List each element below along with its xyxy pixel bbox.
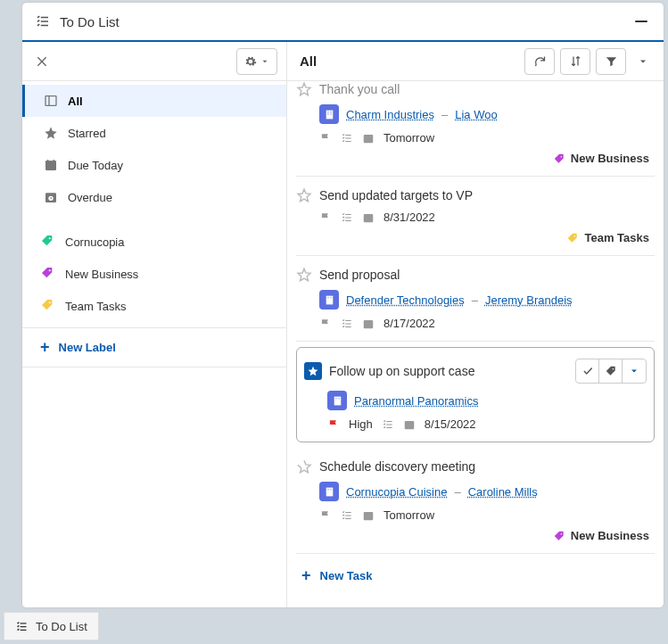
task-title: Send updated targets to VP: [319, 188, 649, 202]
nav-item-starred[interactable]: Starred: [22, 117, 286, 149]
label-item-cornucopia[interactable]: Cornucopia: [22, 226, 286, 258]
task-priority: High: [349, 417, 373, 431]
contact-link[interactable]: Jeremy Brandeis: [485, 293, 573, 307]
svg-point-7: [49, 301, 51, 303]
svg-rect-24: [338, 398, 339, 399]
svg-point-30: [560, 533, 562, 534]
body: All Starred Due Today Overdue: [22, 42, 664, 607]
label-item-team-tasks[interactable]: Team Tasks: [22, 290, 286, 322]
account-link[interactable]: Cornucopia Cuisine: [346, 485, 447, 499]
flag-icon: [319, 318, 332, 330]
tag-icon: [40, 298, 56, 314]
svg-rect-17: [326, 295, 333, 304]
calendar-icon: [362, 132, 375, 144]
panel-icon: [43, 93, 59, 109]
account-link[interactable]: Charm Industries: [346, 108, 434, 121]
main-header: All: [287, 42, 664, 81]
labels-list: Cornucopia New Business Team Tasks: [22, 213, 286, 322]
star-toggle[interactable]: [296, 267, 312, 283]
svg-rect-19: [330, 297, 331, 298]
star-toggle[interactable]: [296, 81, 312, 97]
complete-button[interactable]: [576, 359, 599, 383]
task-card[interactable]: Send updated targets to VP 8/31/2022 Tea…: [296, 177, 655, 256]
dropdown-button[interactable]: [623, 359, 646, 383]
checklist-icon: [382, 418, 394, 431]
svg-rect-10: [330, 111, 331, 112]
calendar-icon: [362, 211, 375, 224]
more-button[interactable]: [631, 48, 655, 75]
task-date: 8/17/2022: [383, 317, 435, 330]
task-label-badge[interactable]: New Business: [553, 152, 649, 165]
calendar-icon: [362, 318, 375, 330]
star-toggle[interactable]: [296, 187, 312, 203]
task-label-badge[interactable]: Team Tasks: [566, 231, 649, 244]
tag-icon: [553, 153, 565, 165]
svg-rect-15: [364, 213, 374, 221]
svg-point-21: [612, 368, 614, 370]
task-date: Tomorrow: [383, 508, 434, 522]
sort-button[interactable]: [560, 48, 590, 75]
sort-icon: [569, 54, 582, 68]
app-window: To Do List All: [21, 2, 664, 608]
task-card-selected[interactable]: Follow up on support case Paranormal Pan…: [296, 347, 655, 442]
caret-down-icon: [629, 366, 639, 376]
tag-icon: [40, 266, 56, 282]
nav-item-overdue[interactable]: Overdue: [22, 181, 286, 213]
task-title: Follow up on support case: [329, 364, 568, 378]
label-item-new-business[interactable]: New Business: [22, 258, 286, 290]
task-list[interactable]: Thank you call Charm Industries – Lia Wo…: [287, 81, 664, 607]
svg-rect-22: [334, 396, 341, 405]
task-card[interactable]: Thank you call Charm Industries – Lia Wo…: [296, 81, 655, 177]
task-title: Schedule discovery meeting: [319, 459, 649, 474]
todo-list-icon: [35, 13, 51, 29]
bottom-tab[interactable]: To Do List: [4, 612, 99, 640]
caret-down-icon: [260, 57, 269, 66]
svg-rect-9: [327, 111, 328, 112]
nav-item-all[interactable]: All: [22, 85, 286, 117]
minimize-button[interactable]: [631, 12, 651, 31]
svg-rect-13: [364, 134, 374, 142]
svg-point-16: [574, 235, 576, 236]
task-date: 8/31/2022: [383, 211, 435, 224]
separator: –: [472, 293, 478, 307]
new-task-text: New Task: [320, 569, 373, 582]
star-toggle[interactable]: [296, 458, 312, 475]
flag-icon: [319, 509, 332, 522]
badge-text: New Business: [571, 529, 649, 542]
new-task-button[interactable]: + New Task: [296, 554, 655, 590]
settings-button[interactable]: [236, 48, 277, 75]
nav-label: Overdue: [68, 191, 112, 204]
window-title: To Do List: [60, 14, 631, 29]
svg-rect-26: [326, 487, 333, 496]
task-card[interactable]: Send proposal Defender Technologies – Je…: [296, 256, 655, 342]
flag-icon: [319, 132, 332, 144]
svg-rect-0: [45, 96, 56, 106]
title-bar: To Do List: [22, 3, 664, 42]
gear-icon: [244, 55, 257, 68]
task-card[interactable]: Schedule discovery meeting Cornucopia Cu…: [296, 448, 655, 554]
star-toggle[interactable]: [304, 362, 322, 380]
nav-item-due-today[interactable]: Due Today: [22, 149, 286, 181]
tag-icon: [553, 530, 565, 542]
calendar-icon: [362, 509, 375, 522]
task-date: 8/15/2022: [425, 417, 476, 431]
close-sidebar-button[interactable]: [31, 51, 53, 72]
checklist-icon: [341, 509, 353, 522]
svg-rect-23: [335, 398, 336, 399]
checklist-icon: [341, 318, 353, 330]
checklist-icon: [341, 211, 353, 224]
contact-link[interactable]: Caroline Mills: [468, 485, 538, 499]
main-panel: All Thank you call Charm Industries: [287, 42, 664, 607]
nav-label: All: [68, 95, 83, 108]
refresh-button[interactable]: [524, 48, 555, 75]
task-label-badge[interactable]: New Business: [553, 529, 649, 542]
filter-button[interactable]: [596, 48, 626, 75]
contact-link[interactable]: Lia Woo: [455, 108, 497, 121]
new-label-button[interactable]: + New Label: [22, 328, 286, 367]
svg-rect-27: [327, 489, 328, 490]
bottom-tab-text: To Do List: [36, 620, 87, 633]
check-icon: [581, 365, 594, 377]
tag-button[interactable]: [599, 359, 623, 383]
account-link[interactable]: Defender Technologies: [346, 293, 465, 307]
account-link[interactable]: Paranormal Panoramics: [354, 394, 478, 408]
